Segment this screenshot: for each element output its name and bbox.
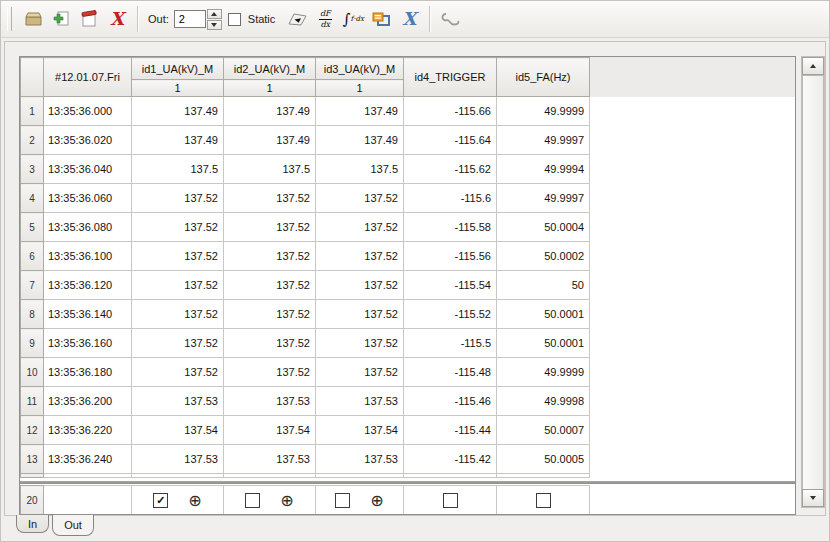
curve-button[interactable] <box>437 6 463 32</box>
value-cell[interactable]: 137.49 <box>132 126 224 155</box>
value-cell[interactable]: 137.52 <box>132 271 224 300</box>
time-cell[interactable]: 13:35:36.120 <box>44 271 132 300</box>
add-button[interactable] <box>48 6 74 32</box>
value-cell[interactable]: 137.52 <box>224 184 316 213</box>
time-cell[interactable]: 13:35:36.240 <box>44 445 132 474</box>
value-cell[interactable]: 137.49 <box>316 97 404 126</box>
scrollbar-thumb[interactable] <box>802 75 824 491</box>
value-cell[interactable]: 137.53 <box>316 387 404 416</box>
value-cell[interactable]: 137.5 <box>224 155 316 184</box>
column-subheader-id1[interactable]: 1 <box>132 80 224 97</box>
value-cell[interactable]: 137.52 <box>316 271 404 300</box>
time-cell[interactable]: 13:35:36.140 <box>44 300 132 329</box>
value-cell[interactable]: 49.9994 <box>497 155 590 184</box>
value-cell[interactable]: 137.54 <box>132 416 224 445</box>
row-splitter[interactable] <box>20 481 795 484</box>
value-cell[interactable]: -115.64 <box>404 126 497 155</box>
blue-cross-button[interactable]: X <box>396 6 422 32</box>
column-header-id3[interactable]: id3_UA(kV)_M <box>316 58 404 80</box>
value-cell[interactable]: -115.6 <box>404 184 497 213</box>
value-cell[interactable]: 137.5 <box>316 155 404 184</box>
value-cell[interactable]: 50.0002 <box>497 242 590 271</box>
vertical-scrollbar[interactable] <box>801 56 825 508</box>
value-cell[interactable]: 50.0004 <box>497 213 590 242</box>
value-cell[interactable]: -115.48 <box>404 358 497 387</box>
scrollbar-down-button[interactable] <box>802 489 824 507</box>
time-cell[interactable]: 13:35:36.020 <box>44 126 132 155</box>
value-cell[interactable]: 137.52 <box>224 358 316 387</box>
value-cell[interactable]: 137.53 <box>132 387 224 416</box>
out-input[interactable] <box>174 10 206 28</box>
value-cell[interactable]: -115.58 <box>404 213 497 242</box>
edit-button[interactable] <box>76 6 102 32</box>
channel-checkbox[interactable] <box>536 493 551 508</box>
value-cell[interactable]: -115.62 <box>404 155 497 184</box>
value-cell[interactable]: 137.52 <box>316 329 404 358</box>
scrollbar-up-button[interactable] <box>802 57 824 75</box>
time-cell[interactable]: 13:35:36.000 <box>44 97 132 126</box>
expand-icon[interactable]: ⊕ <box>370 493 383 508</box>
value-cell[interactable]: 137.52 <box>132 329 224 358</box>
value-cell[interactable]: 137.52 <box>132 213 224 242</box>
value-cell[interactable]: 137.49 <box>224 126 316 155</box>
value-cell[interactable]: 137.52 <box>224 329 316 358</box>
column-header-id5[interactable]: id5_FA(Hz) <box>497 58 590 97</box>
value-cell[interactable]: 137.52 <box>224 300 316 329</box>
column-subheader-id2[interactable]: 1 <box>224 80 316 97</box>
value-cell[interactable]: 137.53 <box>224 445 316 474</box>
value-cell[interactable]: 137.54 <box>316 416 404 445</box>
value-cell[interactable]: 49.9998 <box>497 387 590 416</box>
time-cell[interactable]: 13:35:36.100 <box>44 242 132 271</box>
channel-checkbox[interactable]: ✓ <box>153 493 168 508</box>
value-cell[interactable]: 137.52 <box>132 300 224 329</box>
value-cell[interactable]: 137.52 <box>224 213 316 242</box>
select-time-cell[interactable] <box>44 486 132 515</box>
value-cell[interactable]: 49.9999 <box>497 97 590 126</box>
value-cell[interactable]: 50.0001 <box>497 329 590 358</box>
value-cell[interactable]: 137.54 <box>224 416 316 445</box>
static-checkbox[interactable] <box>228 13 241 26</box>
value-cell[interactable]: -115.44 <box>404 416 497 445</box>
date-header[interactable]: #12.01.07.Fri <box>44 58 132 97</box>
time-cell[interactable]: 13:35:36.080 <box>44 213 132 242</box>
channel-checkbox[interactable] <box>443 493 458 508</box>
value-cell[interactable]: 50.0005 <box>497 445 590 474</box>
value-cell[interactable]: 137.53 <box>132 445 224 474</box>
value-cell[interactable]: -115.52 <box>404 300 497 329</box>
column-header-id4[interactable]: id4_TRIGGER <box>404 58 497 97</box>
channel-checkbox[interactable] <box>245 493 260 508</box>
value-cell[interactable]: 137.52 <box>132 242 224 271</box>
value-cell[interactable]: 137.49 <box>316 126 404 155</box>
expand-icon[interactable]: ⊕ <box>188 493 201 508</box>
tab-out[interactable]: Out <box>52 515 94 536</box>
column-header-id1[interactable]: id1_UA(kV)_M <box>132 58 224 80</box>
spin-down-button[interactable] <box>207 20 222 30</box>
column-subheader-id3[interactable]: 1 <box>316 80 404 97</box>
value-cell[interactable]: -115.66 <box>404 97 497 126</box>
value-cell[interactable]: 49.9997 <box>497 126 590 155</box>
spin-up-button[interactable] <box>207 9 222 19</box>
time-cell[interactable]: 13:35:36.060 <box>44 184 132 213</box>
integral-button[interactable]: ∫f·dx <box>340 6 366 32</box>
time-cell[interactable]: 13:35:36.040 <box>44 155 132 184</box>
channel-checkbox[interactable] <box>335 493 350 508</box>
view-button[interactable] <box>284 6 310 32</box>
value-cell[interactable]: 137.52 <box>316 300 404 329</box>
tab-in[interactable]: In <box>16 515 49 533</box>
value-cell[interactable]: 137.52 <box>316 358 404 387</box>
time-cell[interactable]: 13:35:36.160 <box>44 329 132 358</box>
value-cell[interactable]: 49.9999 <box>497 358 590 387</box>
export-button[interactable] <box>368 6 394 32</box>
value-cell[interactable]: 137.49 <box>224 97 316 126</box>
value-cell[interactable]: 137.52 <box>316 184 404 213</box>
time-cell[interactable]: 13:35:36.220 <box>44 416 132 445</box>
value-cell[interactable]: 137.49 <box>132 97 224 126</box>
column-header-id2[interactable]: id2_UA(kV)_M <box>224 58 316 80</box>
value-cell[interactable]: 137.52 <box>316 213 404 242</box>
value-cell[interactable]: 137.53 <box>224 387 316 416</box>
value-cell[interactable]: -115.42 <box>404 445 497 474</box>
toolbar-grip[interactable] <box>7 7 12 31</box>
value-cell[interactable]: 137.5 <box>132 155 224 184</box>
derivative-button[interactable]: dFdx <box>312 6 338 32</box>
value-cell[interactable]: 50 <box>497 271 590 300</box>
